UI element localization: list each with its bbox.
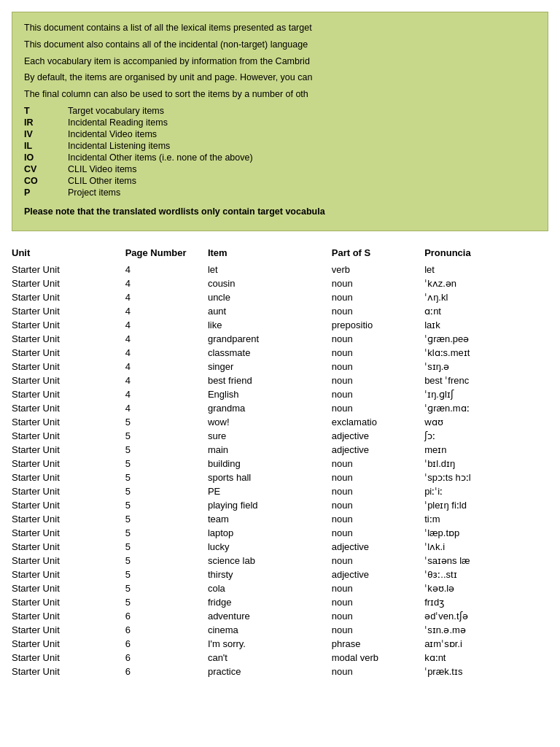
- table-cell: piːˈiː: [424, 484, 548, 498]
- table-row: Starter Unit5mainadjectivemeɪn: [12, 443, 548, 457]
- table-cell: noun: [332, 304, 424, 318]
- legend-val-IL: Incidental Listening items: [68, 141, 170, 151]
- table-cell: verb: [332, 263, 424, 276]
- table-cell: Starter Unit: [12, 290, 125, 304]
- table-row: Starter Unit4Englishnounˈɪŋ.ɡlɪʃ: [12, 387, 548, 401]
- col-header-pos: Part of S: [332, 246, 424, 263]
- table-cell: 5: [125, 443, 208, 457]
- table-cell: ˈsɪn.ə.mə: [424, 623, 548, 637]
- table-cell: best friend: [208, 374, 332, 387]
- legend-row-IV: IV Incidental Video items: [24, 129, 536, 139]
- table-cell: 5: [125, 568, 208, 581]
- table-row: Starter Unit4grandparentnounˈɡræn.peə: [12, 332, 548, 346]
- table-cell: Starter Unit: [12, 443, 125, 457]
- table-cell: ˈɪŋ.ɡlɪʃ: [424, 387, 548, 401]
- table-cell: Starter Unit: [12, 304, 125, 318]
- table-cell: ʃɔː: [424, 429, 548, 443]
- table-cell: Starter Unit: [12, 318, 125, 332]
- table-cell: noun: [332, 401, 424, 415]
- table-header-row: Unit Page Number Item Part of S Pronunci…: [12, 246, 548, 263]
- table-row: Starter Unit5sureadjectiveʃɔː: [12, 429, 548, 443]
- table-cell: playing field: [208, 498, 332, 512]
- table-cell: Starter Unit: [12, 637, 125, 651]
- legend-val-CV: CLIL Video items: [68, 164, 137, 174]
- table-cell: ˈθɜː..stɪ: [424, 568, 548, 581]
- table-cell: 5: [125, 554, 208, 568]
- info-line-1: This document contains a list of all the…: [24, 21, 536, 35]
- table-cell: wow!: [208, 415, 332, 429]
- info-line-4: By default, the items are organised by u…: [24, 71, 536, 85]
- table-cell: grandma: [208, 401, 332, 415]
- table-cell: Starter Unit: [12, 415, 125, 429]
- legend-val-T: Target vocabulary items: [68, 106, 164, 116]
- table-cell: cinema: [208, 623, 332, 637]
- table-cell: sports hall: [208, 471, 332, 484]
- table-cell: laɪk: [424, 318, 548, 332]
- table-cell: Starter Unit: [12, 512, 125, 526]
- table-cell: English: [208, 387, 332, 401]
- table-cell: Starter Unit: [12, 568, 125, 581]
- table-cell: frɪdʒ: [424, 595, 548, 609]
- legend-row-T: T Target vocabulary items: [24, 106, 536, 116]
- table-cell: main: [208, 443, 332, 457]
- legend-key-IO: IO: [24, 152, 68, 163]
- table-cell: 6: [125, 637, 208, 651]
- table-cell: noun: [332, 360, 424, 374]
- table-row: Starter Unit4auntnounɑːnt: [12, 304, 548, 318]
- table-cell: noun: [332, 498, 424, 512]
- table-cell: noun: [332, 346, 424, 360]
- table-cell: Starter Unit: [12, 554, 125, 568]
- table-cell: 5: [125, 581, 208, 595]
- table-cell: Starter Unit: [12, 374, 125, 387]
- table-row: Starter Unit5teamnountiːm: [12, 512, 548, 526]
- table-cell: Starter Unit: [12, 540, 125, 554]
- table-cell: ˈʌŋ.kl: [424, 290, 548, 304]
- table-cell: 5: [125, 429, 208, 443]
- info-line-3: Each vocabulary item is accompanied by i…: [24, 55, 536, 69]
- legend-key-IL: IL: [24, 141, 68, 151]
- table-row: Starter Unit5playing fieldnounˈpleɪŋ fiː…: [12, 498, 548, 512]
- legend-row-CO: CO CLIL Other items: [24, 176, 536, 186]
- table-cell: adjective: [332, 540, 424, 554]
- table-cell: 5: [125, 415, 208, 429]
- table-cell: 6: [125, 623, 208, 637]
- table-row: Starter Unit4best friendnounbest ˈfrenc: [12, 374, 548, 387]
- table-cell: Starter Unit: [12, 623, 125, 637]
- table-row: Starter Unit4unclenounˈʌŋ.kl: [12, 290, 548, 304]
- table-cell: adjective: [332, 568, 424, 581]
- table-row: Starter Unit5laptopnounˈlæp.tɒp: [12, 526, 548, 540]
- table-row: Starter Unit4likeprepositiolaɪk: [12, 318, 548, 332]
- table-cell: adventure: [208, 609, 332, 623]
- col-header-pron: Pronuncia: [424, 246, 548, 263]
- legend-val-IO: Incidental Other items (i.e. none of the…: [68, 152, 253, 163]
- info-box: This document contains a list of all the…: [12, 12, 548, 231]
- table-cell: science lab: [208, 554, 332, 568]
- table-cell: building: [208, 457, 332, 471]
- table-cell: Starter Unit: [12, 498, 125, 512]
- table-cell: Starter Unit: [12, 401, 125, 415]
- table-row: Starter Unit5luckyadjectiveˈlʌk.i: [12, 540, 548, 554]
- table-cell: PE: [208, 484, 332, 498]
- table-cell: Starter Unit: [12, 276, 125, 290]
- table-cell: singer: [208, 360, 332, 374]
- table-cell: 4: [125, 374, 208, 387]
- table-row: Starter Unit4letverblet: [12, 263, 548, 276]
- table-cell: best ˈfrenc: [424, 374, 548, 387]
- table-cell: classmate: [208, 346, 332, 360]
- table-cell: 5: [125, 512, 208, 526]
- table-cell: cousin: [208, 276, 332, 290]
- info-line-5: The final column can also be used to sor…: [24, 88, 536, 101]
- table-cell: 4: [125, 401, 208, 415]
- table-row: Starter Unit5wow!exclamatiowɑʊ: [12, 415, 548, 429]
- table-cell: adjective: [332, 429, 424, 443]
- table-cell: Starter Unit: [12, 387, 125, 401]
- col-header-page: Page Number: [125, 246, 208, 263]
- vocab-table: Unit Page Number Item Part of S Pronunci…: [12, 246, 548, 678]
- table-cell: ˈkəʊ.lə: [424, 581, 548, 595]
- legend-row-IL: IL Incidental Listening items: [24, 141, 536, 151]
- table-cell: 5: [125, 526, 208, 540]
- table-cell: modal verb: [332, 651, 424, 665]
- note-text: Please note that the translated wordlist…: [24, 205, 536, 219]
- table-cell: ˈpleɪŋ fiːld: [424, 498, 548, 512]
- table-cell: ˈklɑːs.meɪt: [424, 346, 548, 360]
